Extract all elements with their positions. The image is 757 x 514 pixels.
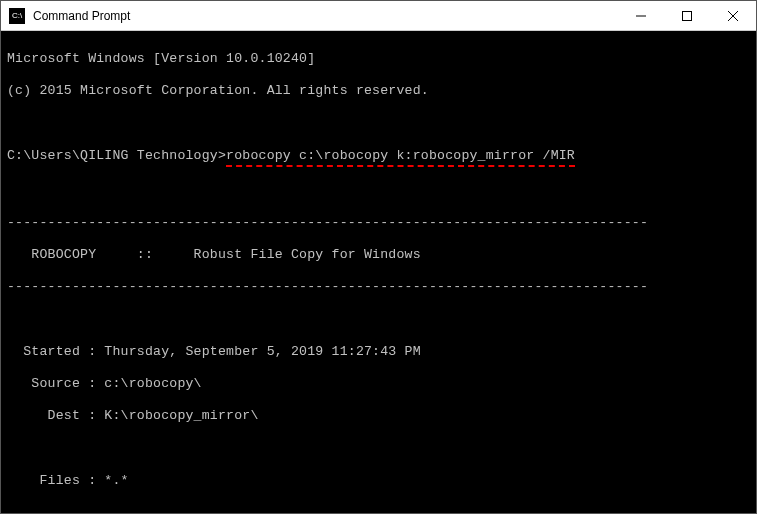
blank-line	[7, 440, 750, 456]
svg-rect-1	[683, 11, 692, 20]
prompt-path: C:\Users\QILING Technology>	[7, 148, 226, 163]
blank-line	[7, 115, 750, 131]
os-version-line: Microsoft Windows [Version 10.0.10240]	[7, 51, 750, 67]
minimize-button[interactable]	[618, 1, 664, 30]
window-title: Command Prompt	[33, 9, 618, 23]
titlebar: C:\ Command Prompt	[1, 1, 756, 31]
source-line: Source : c:\robocopy\	[7, 376, 750, 392]
started-line: Started : Thursday, September 5, 2019 11…	[7, 344, 750, 360]
close-icon	[728, 11, 738, 21]
minimize-icon	[636, 11, 646, 21]
files-line: Files : *.*	[7, 473, 750, 489]
blank-line	[7, 183, 750, 199]
copyright-line: (c) 2015 Microsoft Corporation. All righ…	[7, 83, 750, 99]
dest-line: Dest : K:\robocopy_mirror\	[7, 408, 750, 424]
maximize-icon	[682, 11, 692, 21]
blank-line	[7, 312, 750, 328]
maximize-button[interactable]	[664, 1, 710, 30]
close-button[interactable]	[710, 1, 756, 30]
divider: ----------------------------------------…	[7, 279, 750, 295]
prompt-line: C:\Users\QILING Technology>robocopy c:\r…	[7, 148, 750, 167]
blank-line	[7, 505, 750, 513]
window-controls	[618, 1, 756, 30]
banner-title: ROBOCOPY :: Robust File Copy for Windows	[7, 247, 750, 263]
cmd-icon: C:\	[9, 8, 25, 24]
divider: ----------------------------------------…	[7, 215, 750, 231]
command-text: robocopy c:\robocopy k:robocopy_mirror /…	[226, 148, 575, 167]
terminal-output[interactable]: Microsoft Windows [Version 10.0.10240] (…	[1, 31, 756, 513]
